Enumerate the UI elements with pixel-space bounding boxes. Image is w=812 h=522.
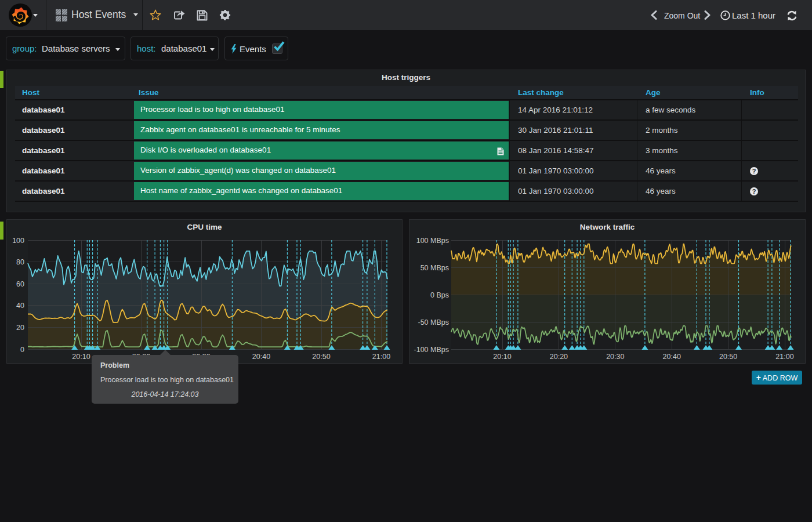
svg-text:40: 40: [16, 302, 24, 310]
svg-text:21:00: 21:00: [775, 353, 793, 361]
svg-text:20: 20: [16, 324, 24, 332]
svg-text:20:40: 20:40: [252, 353, 270, 361]
svg-text:-50 MBps: -50 MBps: [418, 318, 449, 327]
svg-text:50 MBps: 50 MBps: [420, 264, 449, 272]
svg-text:20:40: 20:40: [663, 353, 681, 361]
svg-text:20:30: 20:30: [606, 353, 624, 361]
svg-text:20:20: 20:20: [550, 353, 568, 361]
svg-text:20:10: 20:10: [493, 353, 511, 361]
svg-text:20:50: 20:50: [719, 353, 737, 361]
svg-text:100 MBps: 100 MBps: [416, 237, 449, 245]
svg-text:0: 0: [20, 346, 24, 354]
svg-text:21:00: 21:00: [372, 353, 390, 361]
svg-text:20:10: 20:10: [72, 353, 90, 361]
svg-text:60: 60: [16, 280, 24, 288]
svg-text:80: 80: [16, 258, 24, 266]
svg-text:0 Bps: 0 Bps: [430, 291, 449, 299]
svg-text:100: 100: [12, 237, 24, 245]
svg-text:-100 MBps: -100 MBps: [414, 346, 449, 354]
svg-text:20:50: 20:50: [312, 353, 330, 361]
